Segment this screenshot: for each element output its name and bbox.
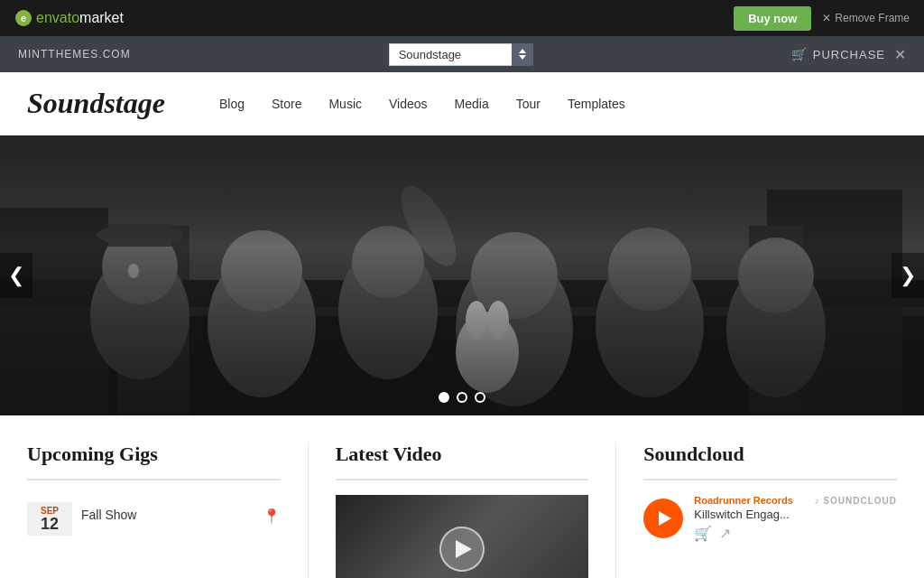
svg-point-20 <box>456 253 573 406</box>
svg-point-22 <box>456 312 519 393</box>
nav-link-videos[interactable]: Videos <box>389 97 428 111</box>
nav-item-blog[interactable]: Blog <box>219 96 245 112</box>
video-thumbnail[interactable] <box>336 495 589 578</box>
svg-rect-13 <box>108 224 171 247</box>
remove-frame-label: Remove Frame <box>835 12 910 24</box>
select-arrows[interactable] <box>512 43 533 66</box>
svg-point-27 <box>726 262 826 397</box>
svg-point-21 <box>471 232 558 319</box>
svg-point-16 <box>221 230 302 312</box>
slider-dots <box>439 392 485 403</box>
site-url: MINTTHEMES.COM <box>18 48 131 61</box>
soundcloud-track: Killswitch Engag... <box>694 508 897 521</box>
svg-point-19 <box>391 178 467 275</box>
nav-item-media[interactable]: Media <box>455 96 489 112</box>
content-section: Upcoming Gigs SEP 12 Fall Show 📍 Latest … <box>0 415 924 578</box>
purchase-button[interactable]: 🛒 PURCHASE <box>791 47 885 61</box>
envato-icon: e <box>14 9 32 27</box>
gig-date: SEP 12 <box>27 502 72 536</box>
svg-rect-3 <box>0 135 924 298</box>
soundcloud-divider <box>643 479 897 480</box>
nav-link-blog[interactable]: Blog <box>219 97 245 111</box>
nav-item-videos[interactable]: Videos <box>389 96 428 112</box>
envato-logo: e envatomarket <box>14 9 124 27</box>
remove-frame-icon: ✕ <box>822 12 831 24</box>
nav-menu: Blog Store Music Videos Media Tour Templ… <box>219 96 625 112</box>
soundcloud-label: Roadrunner Records <box>694 495 792 506</box>
buy-now-button[interactable]: Buy now <box>734 6 811 31</box>
select-down-icon <box>519 55 526 60</box>
svg-point-25 <box>596 253 704 397</box>
svg-text:e: e <box>21 13 26 23</box>
nav-item-tour[interactable]: Tour <box>516 96 541 112</box>
svg-rect-6 <box>117 226 189 415</box>
toolbar-right: 🛒 PURCHASE ✕ <box>791 46 906 63</box>
slider-dot-3[interactable] <box>475 392 485 403</box>
site-logo: Soundstage <box>27 87 165 120</box>
gigs-section: Upcoming Gigs SEP 12 Fall Show 📍 <box>27 443 309 578</box>
soundcloud-logo: ♪ SOUNDCLOUD <box>815 496 897 506</box>
nav-link-templates[interactable]: Templates <box>568 97 625 111</box>
nav-link-media[interactable]: Media <box>455 97 489 111</box>
theme-select-wrapper <box>389 43 533 66</box>
slider-next-button[interactable]: ❯ <box>892 253 924 298</box>
soundcloud-play-icon <box>659 511 671 526</box>
slider-prev-button[interactable]: ❮ <box>0 253 32 298</box>
nav-item-music[interactable]: Music <box>328 96 362 112</box>
remove-frame-button[interactable]: ✕ Remove Frame <box>822 12 910 24</box>
toolbar-select-area <box>389 43 533 66</box>
svg-point-15 <box>208 253 316 397</box>
video-section: Latest Video <box>336 443 617 578</box>
soundcloud-section: Soundcloud Roadrunner Records ♪ SOUNDCLO… <box>643 443 897 578</box>
site-nav: Soundstage Blog Store Music Videos Media… <box>0 72 924 135</box>
purchase-label: PURCHASE <box>813 48 885 61</box>
hero-image <box>0 135 924 415</box>
hero-band-svg <box>0 135 924 415</box>
soundcloud-label-row: Roadrunner Records ♪ SOUNDCLOUD <box>694 495 897 506</box>
nav-item-templates[interactable]: Templates <box>568 96 625 112</box>
envato-bar: e envatomarket Buy now ✕ Remove Frame <box>0 0 924 36</box>
svg-rect-2 <box>0 135 924 415</box>
svg-point-18 <box>352 226 424 298</box>
cart-icon: 🛒 <box>791 47 808 61</box>
soundcloud-title: Soundcloud <box>643 443 897 466</box>
svg-point-11 <box>102 228 178 304</box>
gig-item: SEP 12 Fall Show 📍 <box>27 495 281 543</box>
svg-point-28 <box>738 238 814 313</box>
envato-actions: Buy now ✕ Remove Frame <box>734 6 910 31</box>
nav-link-tour[interactable]: Tour <box>516 97 541 111</box>
video-divider <box>336 479 589 480</box>
hero-slider: ❮ ❯ <box>0 135 924 415</box>
soundcloud-item: Roadrunner Records ♪ SOUNDCLOUD Killswit… <box>643 495 897 542</box>
soundcloud-info: Roadrunner Records ♪ SOUNDCLOUD Killswit… <box>694 495 897 542</box>
gigs-divider <box>27 479 281 480</box>
svg-rect-29 <box>0 135 924 415</box>
nav-link-store[interactable]: Store <box>272 97 301 111</box>
slider-dot-1[interactable] <box>439 392 449 403</box>
svg-point-23 <box>466 301 487 340</box>
svg-rect-5 <box>0 208 108 415</box>
svg-rect-8 <box>749 226 803 415</box>
svg-point-12 <box>97 224 183 246</box>
envato-logo-text: envatomarket <box>36 10 124 26</box>
nav-link-music[interactable]: Music <box>328 97 362 111</box>
gig-pin-icon: 📍 <box>263 502 281 525</box>
soundcloud-note-icon: ♪ <box>815 496 820 506</box>
toolbar-close-icon[interactable]: ✕ <box>894 46 906 63</box>
gig-name: Fall Show <box>81 502 254 522</box>
select-up-icon <box>519 49 526 53</box>
gig-day: 12 <box>32 516 67 532</box>
soundcloud-play-button[interactable] <box>643 499 683 538</box>
svg-point-17 <box>338 244 438 379</box>
soundcloud-actions: 🛒 ↗ <box>694 525 897 542</box>
nav-item-store[interactable]: Store <box>272 96 301 112</box>
svg-point-14 <box>128 264 139 278</box>
soundcloud-cart-icon[interactable]: 🛒 <box>694 525 712 542</box>
svg-point-24 <box>487 301 509 340</box>
site-toolbar: MINTTHEMES.COM 🛒 PURCHASE ✕ <box>0 36 924 72</box>
video-play-button[interactable] <box>439 527 485 572</box>
svg-rect-7 <box>767 190 902 415</box>
soundcloud-share-icon[interactable]: ↗ <box>719 525 731 542</box>
slider-dot-2[interactable] <box>457 392 467 403</box>
svg-point-26 <box>608 228 691 311</box>
